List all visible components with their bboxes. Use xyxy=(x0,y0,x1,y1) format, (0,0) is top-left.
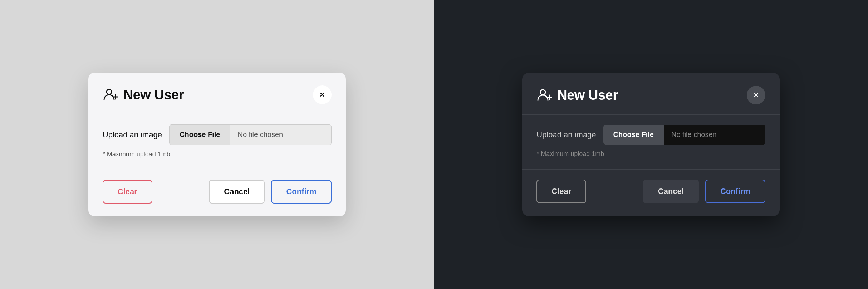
modal-header: New User × xyxy=(103,85,332,104)
header-divider xyxy=(88,114,346,114)
modal-title: New User xyxy=(123,87,184,103)
confirm-button[interactable]: Confirm xyxy=(271,180,331,204)
dark-close-icon: × xyxy=(754,90,759,100)
button-row: Clear Cancel Confirm xyxy=(103,180,332,204)
dark-max-size-note: * Maximum upload 1mb xyxy=(536,150,765,158)
dark-modal-header: New User × xyxy=(536,86,765,104)
upload-label: Upload an image xyxy=(103,130,162,139)
footer-divider xyxy=(88,170,346,170)
dark-footer-divider xyxy=(522,169,780,170)
clear-button[interactable]: Clear xyxy=(103,180,152,204)
user-plus-icon xyxy=(103,87,118,103)
dark-panel: New User × Upload an image Choose File N… xyxy=(434,0,868,289)
light-panel: New User × Upload an image Choose File N… xyxy=(0,0,434,289)
dark-header-left: New User xyxy=(536,87,618,103)
header-left: New User xyxy=(103,87,184,103)
choose-file-button[interactable]: Choose File xyxy=(170,125,230,144)
dark-no-file-text: No file chosen xyxy=(664,125,765,144)
max-size-note: * Maximum upload 1mb xyxy=(103,151,332,158)
svg-point-0 xyxy=(107,89,112,94)
dark-user-plus-icon xyxy=(536,87,552,103)
no-file-text: No file chosen xyxy=(230,125,331,144)
svg-point-3 xyxy=(540,90,545,95)
file-input-wrapper: Choose File No file chosen xyxy=(169,124,332,145)
file-upload-row: Upload an image Choose File No file chos… xyxy=(103,124,332,145)
dark-upload-label: Upload an image xyxy=(536,130,596,139)
dark-close-button[interactable]: × xyxy=(747,86,765,104)
dark-modal: New User × Upload an image Choose File N… xyxy=(522,73,780,216)
cancel-button[interactable]: Cancel xyxy=(209,180,265,204)
dark-header-divider xyxy=(522,114,780,115)
dark-modal-title: New User xyxy=(557,88,618,103)
close-button[interactable]: × xyxy=(313,85,332,104)
dark-clear-button[interactable]: Clear xyxy=(536,180,586,203)
dark-cancel-button[interactable]: Cancel xyxy=(643,180,699,203)
dark-file-input-wrapper: Choose File No file chosen xyxy=(603,125,766,144)
dark-button-row: Clear Cancel Confirm xyxy=(536,180,765,203)
close-icon: × xyxy=(320,90,324,99)
light-modal: New User × Upload an image Choose File N… xyxy=(88,73,346,216)
dark-file-upload-row: Upload an image Choose File No file chos… xyxy=(536,125,765,144)
dark-choose-file-button[interactable]: Choose File xyxy=(603,125,664,144)
dark-confirm-button[interactable]: Confirm xyxy=(705,180,765,203)
